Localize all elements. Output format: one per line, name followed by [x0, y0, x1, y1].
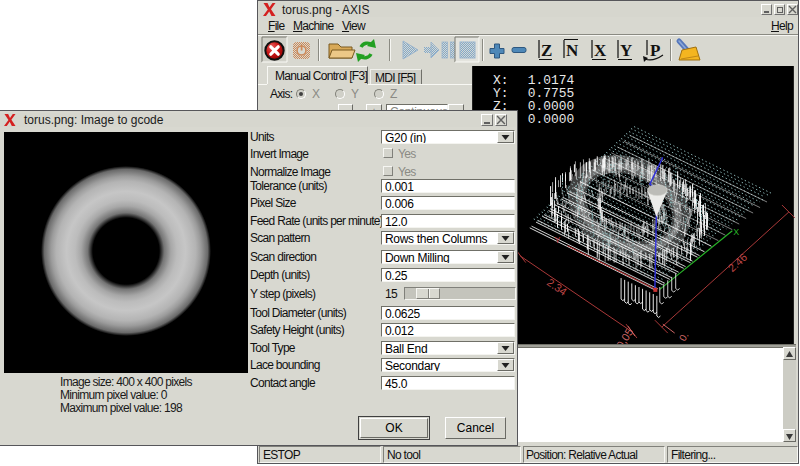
svg-text:Z: Z [541, 41, 552, 60]
svg-text:X: X [594, 41, 607, 60]
svg-text:0.0000: 0.0000 [528, 112, 574, 127]
svg-text:Y: Y [620, 41, 632, 60]
svg-text:P: P [650, 41, 660, 60]
svg-text:X: X [733, 227, 739, 237]
svg-text:Y: Y [555, 235, 561, 245]
svg-text:N: N [566, 41, 579, 60]
